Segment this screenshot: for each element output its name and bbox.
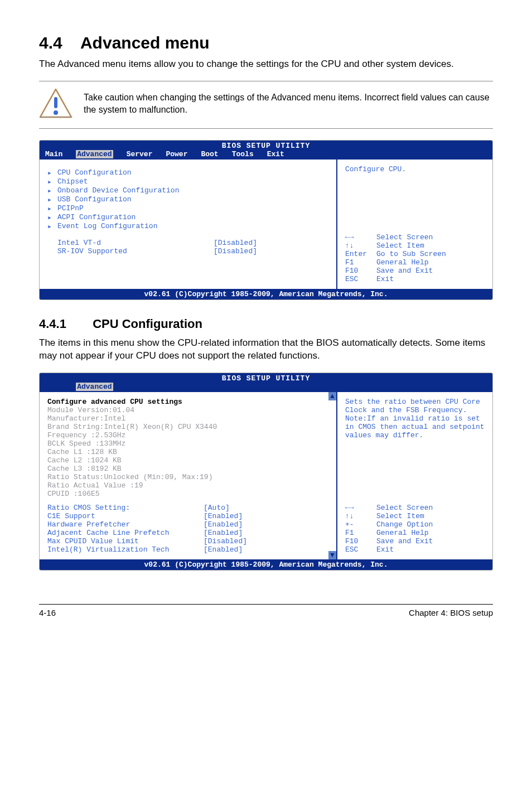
svg-rect-2 <box>54 97 57 108</box>
bios-cpu-config: BIOS SETUP UTILITY Main Advanced ▲ Confi… <box>39 373 493 571</box>
menu-item-pcipnp[interactable]: ▸PCIPnP <box>47 204 328 213</box>
setting-value: [Enabled] <box>204 520 243 529</box>
menu-label: ACPI Configuration <box>57 213 136 222</box>
key-desc: General Help <box>376 258 429 267</box>
menu-item-acpi[interactable]: ▸ACPI Configuration <box>47 213 328 222</box>
chapter-label: Chapter 4: BIOS setup <box>409 608 493 617</box>
key: ESC <box>345 545 376 554</box>
caution-text: Take caution when changing the settings … <box>84 91 493 115</box>
key-desc: Select Item <box>376 241 424 250</box>
menu-label: PCIPnP <box>57 204 84 213</box>
key: ↑↓ <box>345 241 376 250</box>
setting-hw-prefetcher[interactable]: Hardware Prefetcher[Enabled] <box>47 520 323 529</box>
bios-help-text: Configure CPU. <box>345 165 485 173</box>
subsection-title: 4.4.1 CPU Configuration <box>39 317 493 331</box>
setting-value: [Disabled] <box>204 537 247 545</box>
setting-label: Intel(R) Virtualization Tech <box>47 545 204 554</box>
section-name: Advanced menu <box>80 33 210 52</box>
cpu-info-line: Cache L3 :8192 KB <box>47 465 323 473</box>
menu-item-usb-config[interactable]: ▸USB Configuration <box>47 195 328 204</box>
setting-value: [Enabled] <box>204 529 243 537</box>
key-desc: Exit <box>376 275 394 283</box>
cpu-info-line: Ratio Actual Value :19 <box>47 481 323 490</box>
scroll-up-icon[interactable]: ▲ <box>328 392 336 400</box>
submenu-arrow-icon: ▸ <box>47 177 57 186</box>
section-number: 4.4 <box>39 33 62 52</box>
cpu-info-line: CPUID :106E5 <box>47 490 323 498</box>
setting-label: C1E Support <box>47 512 204 520</box>
key-desc: Go to Sub Screen <box>376 250 446 258</box>
setting-label: Ratio CMOS Setting: <box>47 504 204 512</box>
subsection-number: 4.4.1 <box>39 317 89 331</box>
setting-label: SR-IOV Supported <box>57 247 214 255</box>
setting-label: Intel VT-d <box>57 239 214 247</box>
submenu-arrow-icon: ▸ <box>47 168 57 177</box>
setting-c1e[interactable]: C1E Support[Enabled] <box>47 512 323 520</box>
menu-label: Onboard Device Configuration <box>57 186 179 195</box>
svg-point-3 <box>54 110 58 115</box>
tab-advanced[interactable]: Advanced <box>76 383 113 391</box>
bios-footer: v02.61 (C)Copyright 1985-2009, American … <box>40 559 492 570</box>
key: ↑↓ <box>345 512 376 520</box>
tab-power[interactable]: Power <box>166 150 187 158</box>
bios-help-text: Sets the ratio between CPU Core Clock an… <box>345 398 485 439</box>
key: Enter <box>345 250 376 258</box>
subsection-name: CPU Configuration <box>93 317 202 331</box>
menu-item-event-log[interactable]: ▸Event Log Configuration <box>47 222 328 231</box>
menu-item-chipset[interactable]: ▸Chipset <box>47 177 328 186</box>
menu-label: USB Configuration <box>57 195 132 204</box>
menu-item-onboard-device[interactable]: ▸Onboard Device Configuration <box>47 186 328 195</box>
submenu-arrow-icon: ▸ <box>47 213 57 222</box>
setting-virtualization[interactable]: Intel(R) Virtualization Tech[Enabled] <box>47 545 323 554</box>
submenu-arrow-icon: ▸ <box>47 222 57 231</box>
key: ←→ <box>345 233 376 241</box>
menu-label: Event Log Configuration <box>57 222 157 231</box>
submenu-arrow-icon: ▸ <box>47 195 57 204</box>
key-desc: Save and Exit <box>376 537 433 545</box>
setting-intel-vtd[interactable]: Intel VT-d[Disabled] <box>47 239 328 247</box>
menu-label: Chipset <box>57 177 88 186</box>
page-footer: 4-16 Chapter 4: BIOS setup <box>39 604 493 617</box>
key-desc: Save and Exit <box>376 267 433 275</box>
setting-value: [Disabled] <box>214 247 257 255</box>
tab-exit[interactable]: Exit <box>267 150 284 158</box>
bios-key-legend: ←→Select Screen ↑↓Select Item +-Change O… <box>345 504 485 554</box>
tab-boot[interactable]: Boot <box>201 150 218 158</box>
key-desc: Select Screen <box>376 233 433 241</box>
bios-title: BIOS SETUP UTILITY <box>45 374 487 383</box>
key-desc: Select Item <box>376 512 424 520</box>
page-number: 4-16 <box>39 608 56 617</box>
setting-value: [Disabled] <box>214 239 257 247</box>
section-intro: The Advanced menu items allow you to cha… <box>39 58 493 71</box>
scroll-down-icon[interactable]: ▼ <box>328 551 336 559</box>
setting-max-cpuid[interactable]: Max CPUID Value Limit[Disabled] <box>47 537 323 545</box>
tab-advanced[interactable]: Advanced <box>76 150 113 158</box>
bios-advanced-menu: BIOS SETUP UTILITY Main Advanced Server … <box>39 140 493 300</box>
tab-tools[interactable]: Tools <box>232 150 254 158</box>
setting-adjacent-cache[interactable]: Adjacent Cache Line Prefetch[Enabled] <box>47 529 323 537</box>
menu-label: CPU Configuration <box>57 168 132 177</box>
cpu-info-line: Cache L1 :128 KB <box>47 448 323 456</box>
setting-value: [Enabled] <box>204 545 243 554</box>
submenu-arrow-icon: ▸ <box>47 186 57 195</box>
cpu-info-line: Brand String:Intel(R) Xeon(R) CPU X3440 <box>47 423 323 431</box>
cpu-info-line: BCLK Speed :133MHz <box>47 439 323 448</box>
key: ESC <box>345 275 376 283</box>
tab-server[interactable]: Server <box>127 150 153 158</box>
menu-item-cpu-config[interactable]: ▸CPU Configuration <box>47 168 328 177</box>
cpu-info-line: Cache L2 :1024 KB <box>47 456 323 465</box>
key: F1 <box>345 529 376 537</box>
setting-ratio-cmos[interactable]: Ratio CMOS Setting:[Auto] <box>47 504 323 512</box>
caution-icon <box>39 87 72 120</box>
tab-main[interactable]: Main <box>45 150 62 158</box>
key: +- <box>345 520 376 529</box>
key: F10 <box>345 537 376 545</box>
setting-sr-iov[interactable]: SR-IOV Supported[Disabled] <box>47 247 328 255</box>
cpu-info-line: Manufacturer:Intel <box>47 414 323 423</box>
setting-value: [Enabled] <box>204 512 243 520</box>
cpu-info-line: Ratio Status:Unlocked (Min:09, Max:19) <box>47 473 323 481</box>
bios-footer: v02.61 (C)Copyright 1985-2009, American … <box>40 289 492 299</box>
section-title: 4.4 Advanced menu <box>39 33 493 52</box>
cpu-info-line: Frequency :2.53GHz <box>47 431 323 439</box>
module-version: Module Version:01.04 <box>47 406 323 414</box>
